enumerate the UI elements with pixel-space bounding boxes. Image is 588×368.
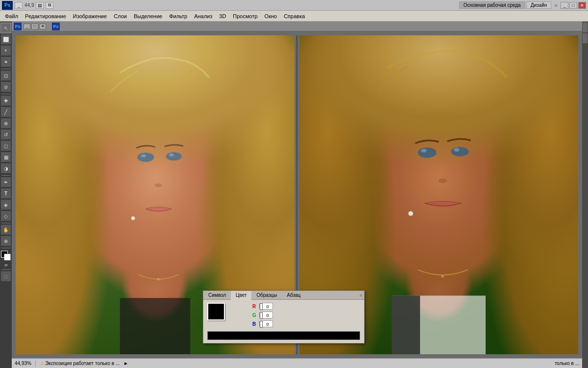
canvas-area: Ps _ □ ✕ Ps	[12, 22, 582, 368]
red-slider-row: R 0	[252, 303, 273, 310]
doc-ps-icon: Ps	[14, 23, 22, 30]
quick-mask-btn[interactable]: ⬚	[0, 271, 11, 282]
clone-tool[interactable]: ⊕	[0, 118, 11, 129]
history-brush-tool[interactable]: ↺	[0, 129, 11, 140]
panel-tabs: Символ Цвет Образцы Абзац ≡	[203, 291, 364, 300]
svg-rect-6	[120, 298, 190, 354]
right-panel	[582, 22, 588, 368]
green-slider[interactable]	[259, 313, 260, 317]
hand-tool[interactable]: ✋	[0, 224, 11, 235]
doc-restore-button[interactable]: □	[31, 24, 38, 29]
status-arrow[interactable]: ►	[123, 361, 128, 366]
move-tool[interactable]: ↖	[0, 23, 11, 33]
menu-layers[interactable]: Слои	[111, 12, 130, 20]
menu-window[interactable]: Окно	[262, 12, 280, 20]
workspace-main-button[interactable]: Основная рабочая среда	[459, 1, 525, 9]
red-slider-thumb[interactable]	[260, 303, 263, 310]
tab-samples[interactable]: Образцы	[251, 291, 282, 299]
green-slider-thumb[interactable]	[260, 312, 263, 319]
menu-selection[interactable]: Выделение	[131, 12, 165, 20]
tool-separator-5	[1, 248, 10, 248]
blue-slider[interactable]	[259, 321, 260, 326]
window-minimize-button[interactable]: _	[561, 2, 568, 9]
crop-tool[interactable]: ⊡	[0, 70, 11, 81]
menu-view[interactable]: Просмотр	[230, 12, 260, 20]
pen-tool[interactable]: ✒	[0, 177, 11, 187]
status-info: ⚠ Экспозиция работает только в ...	[40, 361, 120, 366]
minimize-icon[interactable]: _	[15, 2, 23, 9]
menu-file[interactable]: Файл	[2, 12, 21, 20]
view-options-icon[interactable]: ▤	[36, 2, 44, 9]
status-expand-icon[interactable]: ►	[123, 361, 128, 366]
panel-body: R 0 G	[203, 300, 364, 343]
red-slider[interactable]	[259, 304, 260, 309]
tab-symbol[interactable]: Символ	[203, 291, 231, 299]
menu-filter[interactable]: Фильтр	[166, 12, 190, 20]
tool-separator-6	[1, 269, 10, 270]
panel-menu-icon[interactable]: ≡	[358, 292, 364, 299]
text-tool[interactable]: T	[0, 188, 11, 199]
zoom-status: 44,93%	[15, 361, 31, 366]
tool-separator-3	[1, 175, 10, 176]
right-panel-btn-2[interactable]	[583, 33, 588, 43]
svg-point-5	[157, 278, 160, 281]
gradient-tool[interactable]: ▦	[0, 152, 11, 162]
tab-color[interactable]: Цвет	[231, 291, 251, 300]
status-message: Экспозиция работает только в ...	[45, 361, 120, 366]
dodge-tool[interactable]: ◑	[0, 163, 11, 174]
workspace-design-button[interactable]: Дизайн	[526, 1, 552, 9]
background-color[interactable]	[4, 254, 11, 261]
path-select-tool[interactable]: ◈	[0, 199, 11, 210]
swap-colors-icon[interactable]: ⇄	[4, 263, 8, 267]
menu-image[interactable]: Изображение	[70, 12, 110, 20]
canvas-wrapper: ·· Символ Цвет Образцы Абзац ≡	[12, 31, 582, 358]
green-slider-row: G 0	[252, 312, 273, 318]
tab-paragraph[interactable]: Абзац	[282, 291, 306, 299]
menu-help[interactable]: Справка	[281, 12, 308, 20]
doc-close-button[interactable]: ✕	[39, 24, 46, 29]
eraser-tool[interactable]: ◻	[0, 140, 11, 151]
blue-slider-thumb[interactable]	[260, 321, 263, 328]
status-right-message: только в ...	[555, 361, 579, 366]
doc-minimize-button[interactable]: _	[24, 24, 30, 29]
panel-drag-handle[interactable]: ··	[204, 292, 207, 296]
status-warning-icon: ⚠	[40, 361, 44, 366]
menu-3d[interactable]: 3D	[216, 12, 229, 20]
shape-tool[interactable]: ◇	[0, 210, 11, 221]
arrange-icon[interactable]: ⧉	[46, 2, 53, 9]
more-workspaces-icon[interactable]: »	[552, 2, 560, 9]
window-restore-button[interactable]: □	[569, 2, 577, 9]
title-bar-left: Ps _ 44,9 ▤ ⧉	[2, 1, 53, 10]
main-area: ↖ ⬜ ⌖ ✦ ⊡ ⊘ ✚ ╱ ⊕ ↺ ◻ ▦ ◑ ✒ T ◈ ◇ ✋ ⊕ ⇄ …	[0, 22, 588, 368]
menu-analysis[interactable]: Анализ	[191, 12, 215, 20]
status-right-info: только в ...	[555, 361, 579, 366]
marquee-tool[interactable]: ⬜	[0, 34, 11, 45]
tool-separator-4	[1, 223, 10, 223]
doc-title-bar: Ps _ □ ✕ Ps	[12, 22, 582, 31]
tool-separator-2	[1, 94, 10, 94]
brush-tool[interactable]: ╱	[0, 106, 11, 117]
doc2-ps-icon: Ps	[52, 23, 60, 30]
zoom-tool[interactable]: ⊕	[0, 236, 11, 246]
svg-rect-15	[392, 296, 420, 354]
eyedropper-tool[interactable]: ⊘	[0, 81, 11, 92]
svg-point-9	[451, 147, 468, 157]
left-toolbar: ↖ ⬜ ⌖ ✦ ⊡ ⊘ ✚ ╱ ⊕ ↺ ◻ ▦ ◑ ✒ T ◈ ◇ ✋ ⊕ ⇄ …	[0, 22, 12, 368]
healing-tool[interactable]: ✚	[0, 95, 11, 106]
svg-point-4	[155, 184, 162, 187]
green-label: G	[252, 313, 257, 318]
svg-point-12	[439, 179, 447, 184]
active-color-swatch[interactable]	[207, 303, 225, 320]
zoom-percentage: 44,93%	[15, 361, 31, 366]
window-close-button[interactable]: ✕	[578, 2, 586, 9]
menu-edit[interactable]: Редактирование	[22, 12, 69, 20]
lasso-tool[interactable]: ⌖	[0, 45, 11, 56]
color-result-bar[interactable]	[207, 331, 360, 340]
menu-bar: Файл Редактирование Изображение Слои Выд…	[0, 11, 588, 22]
blue-value[interactable]: 0	[262, 320, 273, 327]
color-swatches[interactable]	[1, 251, 11, 261]
green-value[interactable]: 0	[262, 312, 273, 318]
red-value[interactable]: 0	[262, 303, 273, 310]
magic-wand-tool[interactable]: ✦	[0, 56, 11, 67]
right-panel-btn-1[interactable]	[583, 23, 588, 32]
